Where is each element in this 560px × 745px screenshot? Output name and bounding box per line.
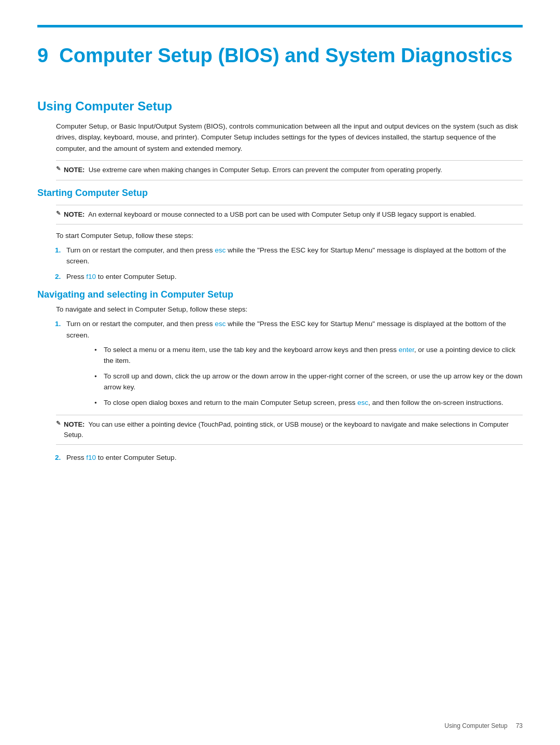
note-box-1: ✎ NOTE: Use extreme care when making cha… [56,160,523,180]
navigating-computer-setup-subsection: Navigating and selecting in Computer Set… [37,289,523,463]
note-text-3: NOTE: You can use either a pointing devi… [64,419,516,440]
note-content-3: NOTE: You can use either a pointing devi… [64,419,516,440]
note-icon-2: ✎ [56,210,61,217]
navigating-step-1: 1. Turn on or restart the computer, and … [66,318,523,408]
key-esc-2: esc [215,320,226,328]
note-box-2: ✎ NOTE: An external keyboard or mouse co… [56,205,523,224]
section-title: Using Computer Setup [37,99,523,114]
page-container: 9 Computer Setup (BIOS) and System Diagn… [0,0,560,745]
key-esc-3: esc [357,399,368,406]
navigating-step-2: 2. Press f10 to enter Computer Setup. [66,452,523,463]
note-label-2: NOTE: [64,210,85,218]
bullet-item-3: To close open dialog boxes and return to… [104,397,523,409]
note-label-3: NOTE: [64,420,85,428]
footer-page-number: 73 [516,722,523,729]
starting-step-2: 2. Press f10 to enter Computer Setup. [66,271,523,283]
key-f10-1: f10 [86,273,96,280]
step-intro-2: To navigate and select in Computer Setup… [56,305,523,313]
note-icon-1: ✎ [56,165,61,172]
subsection-title-navigating: Navigating and selecting in Computer Set… [37,289,523,300]
bullet-item-2: To scroll up and down, click the up arro… [104,371,523,393]
starting-steps-list: 1. Turn on or restart the computer, and … [66,245,523,283]
note-content-2: NOTE: An external keyboard or mouse conn… [64,209,476,220]
bullet-item-1: To select a menu or a menu item, use the… [104,344,523,367]
key-esc-1: esc [215,246,226,254]
note-text-2: NOTE: An external keyboard or mouse conn… [64,209,476,220]
subsection-title-starting: Starting Computer Setup [37,188,523,199]
section-intro: Computer Setup, or Basic Input/Output Sy… [56,121,523,154]
footer-section-label: Using Computer Setup [444,722,507,729]
key-enter: enter [399,346,414,354]
note-box-3: ✎ NOTE: You can use either a pointing de… [56,415,523,445]
note-text-1: NOTE: Use extreme care when making chang… [64,165,442,175]
navigating-steps-list: 1. Turn on or restart the computer, and … [66,318,523,408]
step-intro-1: To start Computer Setup, follow these st… [56,232,523,240]
note-icon-3: ✎ [56,420,61,427]
note-content-1: NOTE: Use extreme care when making chang… [64,165,442,175]
starting-step-1: 1. Turn on or restart the computer, and … [66,245,523,267]
top-border [37,25,523,27]
using-computer-setup-section: Using Computer Setup Computer Setup, or … [37,99,523,463]
chapter-title: 9 Computer Setup (BIOS) and System Diagn… [37,44,523,68]
page-footer: Using Computer Setup 73 [444,722,523,729]
navigating-bullets: To select a menu or a menu item, use the… [104,344,523,409]
navigating-step2-list: 2. Press f10 to enter Computer Setup. [66,452,523,463]
note-label-1: NOTE: [64,166,85,174]
starting-computer-setup-subsection: Starting Computer Setup ✎ NOTE: An exter… [37,188,523,283]
key-f10-2: f10 [86,454,96,461]
